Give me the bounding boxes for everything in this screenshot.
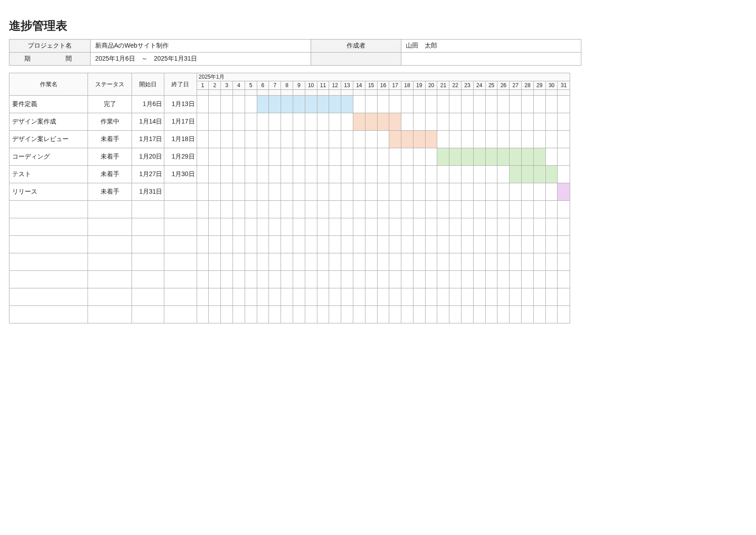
gantt-cell bbox=[413, 148, 425, 166]
gantt-cell bbox=[281, 253, 293, 271]
gantt-cell bbox=[533, 166, 545, 183]
task-name bbox=[9, 236, 88, 253]
gantt-cell bbox=[281, 96, 293, 113]
project-info-table: プロジェクト名 新商品AのWebサイト制作 作成者 山田 太郎 期 間 2025… bbox=[9, 39, 581, 66]
gantt-cell bbox=[197, 166, 209, 183]
gantt-cell bbox=[293, 96, 305, 113]
gantt-cell bbox=[197, 113, 209, 131]
gantt-cell bbox=[293, 306, 305, 323]
blank-head bbox=[353, 90, 365, 96]
gantt-cell bbox=[257, 271, 269, 288]
gantt-cell bbox=[233, 253, 245, 271]
gantt-cell bbox=[425, 131, 437, 148]
project-name-label: プロジェクト名 bbox=[9, 40, 91, 53]
gantt-cell bbox=[497, 113, 510, 131]
gantt-cell bbox=[269, 236, 281, 253]
gantt-cell bbox=[221, 306, 233, 323]
gantt-cell bbox=[317, 183, 329, 201]
day-header-26: 26 bbox=[497, 81, 510, 90]
gantt-cell bbox=[401, 166, 413, 183]
gantt-cell bbox=[353, 113, 365, 131]
gantt-cell bbox=[221, 113, 233, 131]
gantt-cell bbox=[209, 218, 221, 236]
day-header-6: 6 bbox=[257, 81, 269, 90]
gantt-cell bbox=[545, 183, 558, 201]
gantt-cell bbox=[558, 183, 570, 201]
gantt-cell bbox=[245, 201, 257, 218]
gantt-cell bbox=[389, 131, 401, 148]
gantt-cell bbox=[197, 218, 209, 236]
gantt-cell bbox=[522, 288, 534, 306]
gantt-cell bbox=[558, 201, 570, 218]
blank-head bbox=[437, 90, 449, 96]
gantt-cell bbox=[257, 113, 269, 131]
gantt-cell bbox=[522, 271, 534, 288]
blank-head bbox=[377, 90, 389, 96]
gantt-cell bbox=[522, 236, 534, 253]
gantt-cell bbox=[473, 236, 485, 253]
gantt-cell bbox=[341, 96, 353, 113]
gantt-cell bbox=[353, 183, 365, 201]
gantt-cell bbox=[353, 166, 365, 183]
gantt-cell bbox=[209, 271, 221, 288]
day-header-5: 5 bbox=[245, 81, 257, 90]
task-status: 未着手 bbox=[88, 166, 132, 183]
gantt-cell bbox=[305, 253, 317, 271]
gantt-cell bbox=[389, 113, 401, 131]
task-start bbox=[132, 218, 164, 236]
blank-head bbox=[281, 90, 293, 96]
gantt-cell bbox=[545, 166, 558, 183]
gantt-cell bbox=[413, 306, 425, 323]
gantt-cell bbox=[485, 148, 497, 166]
gantt-cell bbox=[413, 183, 425, 201]
task-status: 完了 bbox=[88, 96, 132, 113]
gantt-cell bbox=[533, 236, 545, 253]
gantt-cell bbox=[245, 113, 257, 131]
gantt-cell bbox=[353, 306, 365, 323]
gantt-cell bbox=[510, 166, 522, 183]
gantt-cell bbox=[221, 96, 233, 113]
task-status bbox=[88, 236, 132, 253]
gantt-cell bbox=[353, 253, 365, 271]
gantt-cell bbox=[365, 218, 377, 236]
gantt-cell bbox=[365, 271, 377, 288]
gantt-cell bbox=[401, 113, 413, 131]
gantt-cell bbox=[281, 131, 293, 148]
task-status bbox=[88, 306, 132, 323]
gantt-cell bbox=[401, 201, 413, 218]
gantt-cell bbox=[341, 148, 353, 166]
gantt-cell bbox=[485, 183, 497, 201]
gantt-cell bbox=[341, 253, 353, 271]
gantt-cell bbox=[305, 236, 317, 253]
project-name-value: 新商品AのWebサイト制作 bbox=[91, 40, 311, 53]
gantt-cell bbox=[401, 131, 413, 148]
gantt-cell bbox=[305, 166, 317, 183]
task-end: 1月13日 bbox=[164, 96, 197, 113]
gantt-cell bbox=[558, 113, 570, 131]
gantt-cell bbox=[545, 236, 558, 253]
day-header-7: 7 bbox=[269, 81, 281, 90]
day-header-13: 13 bbox=[341, 81, 353, 90]
gantt-cell bbox=[209, 113, 221, 131]
gantt-cell bbox=[545, 96, 558, 113]
gantt-cell bbox=[533, 201, 545, 218]
gantt-cell bbox=[233, 148, 245, 166]
gantt-cell bbox=[317, 288, 329, 306]
gantt-cell bbox=[462, 253, 474, 271]
day-header-28: 28 bbox=[522, 81, 534, 90]
gantt-cell bbox=[449, 166, 462, 183]
gantt-cell bbox=[413, 236, 425, 253]
task-name: デザイン案作成 bbox=[9, 113, 88, 131]
table-row bbox=[9, 306, 570, 323]
gantt-cell bbox=[545, 288, 558, 306]
gantt-cell bbox=[245, 148, 257, 166]
gantt-cell bbox=[317, 236, 329, 253]
gantt-cell bbox=[473, 288, 485, 306]
gantt-cell bbox=[233, 201, 245, 218]
task-end bbox=[164, 201, 197, 218]
gantt-cell bbox=[497, 218, 510, 236]
gantt-cell bbox=[485, 131, 497, 148]
gantt-cell bbox=[305, 306, 317, 323]
gantt-cell bbox=[437, 271, 449, 288]
gantt-cell bbox=[473, 183, 485, 201]
